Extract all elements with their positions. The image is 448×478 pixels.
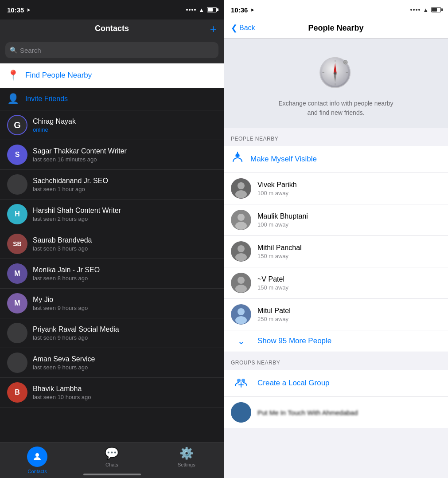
- avatar: M: [7, 293, 27, 313]
- contact-info: ~V Patel 150 m away: [257, 275, 441, 291]
- contacts-title: Contacts: [95, 24, 129, 33]
- contact-status: last seen 2 hours ago: [33, 215, 217, 222]
- list-item[interactable]: Maulik Bhuptani 100 m away: [224, 204, 448, 236]
- contact-status: last seen 10 hours ago: [33, 394, 217, 400]
- find-people-nearby-label: Find People Nearby: [25, 71, 92, 80]
- contact-name: Bhavik Lambha: [33, 385, 217, 393]
- find-people-nearby-row[interactable]: 📍 Find People Nearby: [0, 63, 224, 88]
- list-item[interactable]: M Monika Jain - Jr SEO last seen 8 hours…: [0, 259, 224, 289]
- make-visible-label: Make Myself Visible: [250, 155, 317, 164]
- settings-tab-icon: ⚙️: [179, 447, 194, 460]
- list-item[interactable]: SB Saurab Brandveda last seen 3 hours ag…: [0, 229, 224, 259]
- groups-nearby-label: GROUPS NEARBY: [231, 360, 280, 366]
- contact-info: My Jio last seen 9 hours ago: [33, 296, 217, 311]
- contact-name: Priyank Raval Social Media: [33, 325, 217, 333]
- svg-point-15: [238, 182, 245, 189]
- contact-status: last seen 3 hours ago: [33, 245, 217, 252]
- contact-info: Sagar Thakkar Content Writer last seen 1…: [33, 147, 217, 163]
- dot3: [191, 9, 193, 11]
- svg-point-22: [235, 253, 247, 261]
- contact-info: Priyank Raval Social Media last seen 9 h…: [33, 325, 217, 341]
- list-item[interactable]: B Bhavik Lambha last seen 10 hours ago: [0, 378, 224, 407]
- tab-settings[interactable]: ⚙️ Settings: [149, 447, 224, 467]
- contact-info: Mithil Panchal 150 m away: [257, 244, 441, 259]
- people-nearby-label: PEOPLE NEARBY: [231, 136, 278, 142]
- contact-info: Sachchidanand Jr. SEO last seen 1 hour a…: [33, 177, 217, 192]
- show-more-people-row[interactable]: ⌄ Show 95 More People: [224, 330, 448, 352]
- list-item[interactable]: H Harshil Shah Content Writer last seen …: [0, 200, 224, 229]
- put-me-in-touch-row[interactable]: Put Me In Touch With Ahmedabad: [224, 397, 448, 428]
- groups-list: Create a Local Group Put Me In Touch Wit…: [224, 370, 448, 428]
- back-label: Back: [239, 24, 255, 32]
- contact-name: Vivek Parikh: [257, 181, 441, 189]
- svg-point-28: [235, 316, 247, 324]
- list-item[interactable]: Vivek Parikh 100 m away: [224, 173, 448, 204]
- settings-tab-label: Settings: [178, 462, 195, 467]
- contact-info: Maulik Bhuptani 100 m away: [257, 212, 441, 228]
- contact-status: last seen 9 hours ago: [33, 305, 217, 311]
- avatar: SB: [7, 234, 27, 254]
- status-time-right: 10:36 ➤: [231, 6, 254, 14]
- avatar: [231, 402, 251, 423]
- invite-friends-row[interactable]: 👤 Invite Friends: [0, 88, 224, 110]
- status-icons-left: ▲: [186, 7, 217, 13]
- contact-distance: 100 m away: [257, 190, 441, 196]
- search-icon: 🔍: [10, 47, 17, 54]
- avatar: H: [7, 204, 27, 224]
- make-visible-row[interactable]: Make Myself Visible: [224, 146, 448, 173]
- contact-info: Chirag Nayak online: [33, 118, 217, 133]
- header-left: Contacts +: [0, 20, 224, 39]
- contact-status: last seen 1 hour ago: [33, 186, 217, 192]
- battery-left: [207, 7, 217, 12]
- groups-nearby-section: GROUPS NEARBY Create a Local Group: [224, 352, 448, 428]
- avatar: M: [7, 263, 27, 284]
- list-item[interactable]: Mithil Panchal 150 m away: [224, 236, 448, 267]
- dot4: [194, 9, 196, 11]
- status-time-left: 10:35 ➤: [7, 6, 30, 14]
- search-input-wrapper[interactable]: 🔍 Search: [5, 42, 218, 58]
- list-item[interactable]: Mitul Patel 250 m away: [224, 299, 448, 330]
- avatar: B: [7, 382, 27, 403]
- dot1r: [410, 9, 412, 11]
- back-button[interactable]: ❮ Back: [231, 23, 255, 33]
- tab-contacts[interactable]: Contacts: [0, 447, 74, 474]
- list-item[interactable]: ~V Patel 150 m away: [224, 267, 448, 299]
- show-more-label: Show 95 More People: [257, 337, 331, 345]
- avatar: [7, 353, 27, 373]
- tab-chats[interactable]: 💬 Chats: [74, 447, 149, 467]
- signal-dots-right: [410, 9, 420, 11]
- invite-icon: 👤: [7, 93, 19, 105]
- svg-point-0: [35, 453, 39, 457]
- contact-distance: 150 m away: [257, 253, 441, 259]
- list-item[interactable]: S Sagar Thakkar Content Writer last seen…: [0, 140, 224, 170]
- contact-name: Harshil Shah Content Writer: [33, 207, 217, 215]
- list-item[interactable]: Sachchidanand Jr. SEO last seen 1 hour a…: [0, 170, 224, 200]
- list-item[interactable]: Aman Seva Service last seen 9 hours ago: [0, 348, 224, 378]
- contact-info: Aman Seva Service last seen 9 hours ago: [33, 355, 217, 371]
- battery-right: [431, 7, 441, 12]
- contact-name: Mithil Panchal: [257, 244, 441, 252]
- avatar: [231, 210, 251, 230]
- list-item[interactable]: M My Jio last seen 9 hours ago: [0, 289, 224, 318]
- right-panel: 10:36 ➤ ▲ ❮ Back People Nearby: [224, 0, 448, 478]
- status-icons-right: ▲: [410, 7, 441, 13]
- dot2: [189, 9, 191, 11]
- contact-status: online: [33, 126, 217, 133]
- home-indicator-left: [83, 474, 141, 475]
- dot3r: [416, 9, 417, 11]
- svg-point-19: [235, 222, 247, 230]
- contact-status: last seen 9 hours ago: [33, 364, 217, 371]
- create-local-group-row[interactable]: Create a Local Group: [224, 370, 448, 397]
- svg-point-18: [238, 214, 245, 221]
- avatar: [231, 178, 251, 199]
- left-panel: 10:35 ➤ ▲ Contacts + 🔍 Search 📍: [0, 0, 224, 478]
- contact-name: Saurab Brandveda: [33, 236, 217, 244]
- list-item[interactable]: Priyank Raval Social Media last seen 9 h…: [0, 318, 224, 348]
- add-contact-button[interactable]: +: [210, 23, 217, 35]
- list-item[interactable]: G Chirag Nayak online: [0, 110, 224, 140]
- contact-name: ~V Patel: [257, 275, 441, 283]
- location-arrow-left: ➤: [27, 8, 30, 12]
- contact-info: Monika Jain - Jr SEO last seen 8 hours a…: [33, 266, 217, 282]
- avatar: [7, 323, 27, 343]
- avatar: [231, 304, 251, 325]
